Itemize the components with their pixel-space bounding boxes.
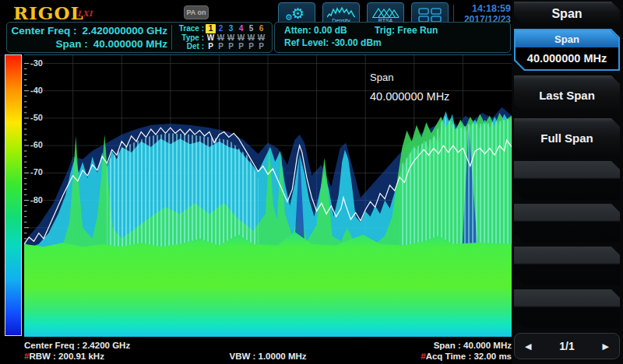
- status-rbw: #RBW : 200.91 kHz: [24, 352, 187, 361]
- span-annotation-value: 40.000000 MHz: [370, 90, 449, 103]
- y-axis-label: -60: [30, 140, 43, 149]
- trace-type-1: W: [206, 33, 216, 43]
- y-axis-label: -30: [30, 58, 43, 68]
- softkey-full-span[interactable]: Full Span: [514, 118, 620, 157]
- layer-noise-floor-band: [24, 232, 512, 337]
- pa-on-button[interactable]: PA on: [184, 5, 209, 19]
- density-waveform-icon: [327, 6, 355, 19]
- softkey-blank-2[interactable]: [514, 204, 620, 243]
- trace-det-5: P: [246, 42, 256, 51]
- y-axis-label: -70: [30, 167, 43, 177]
- center-freq-label: Center Freq :: [11, 24, 76, 37]
- center-freq-value: 2.420000000 GHz: [82, 24, 167, 37]
- y-axis-label: -50: [30, 113, 43, 122]
- det-label: Det :: [175, 42, 204, 51]
- trace-num-3: 3: [226, 24, 236, 33]
- span-annotation-label: Span: [370, 72, 449, 83]
- span-annotation: Span 40.000000 MHz: [370, 72, 449, 103]
- center-freq-row: Center Freq : 2.420000000 GHz: [13, 24, 167, 37]
- ref-level-value: Ref Level: -30.00 dBm: [284, 37, 382, 50]
- trace-det-6: P: [256, 42, 266, 51]
- softkey-span-label: Span: [516, 30, 618, 47]
- softkey-blank-3[interactable]: [514, 247, 620, 285]
- y-axis-label: -40: [30, 86, 43, 95]
- trace-type-4: W: [236, 33, 246, 43]
- acquisition-panel: Atten: 0.00 dB Ref Level: -30.00 dBm Tri…: [274, 22, 511, 53]
- trace-num-2: 2: [216, 24, 226, 33]
- trace-det-3: P: [226, 42, 236, 51]
- span-row: Span : 40.000000 MHz: [13, 37, 167, 51]
- status-acq-time: #Acq Time : 32.00 ms: [349, 352, 512, 361]
- status-center-freq: Center Freq : 2.4200 GHz: [24, 341, 130, 350]
- softkey-span-value: 40.000000 MHz: [516, 47, 618, 69]
- trace-num-6: 6: [256, 24, 266, 33]
- prev-page-arrow-icon[interactable]: ◀: [525, 341, 531, 352]
- page-control: ◀ 1/1 ▶: [514, 333, 620, 359]
- trace-num-1: 1: [206, 24, 216, 33]
- rigol-logo: RIGOL: [13, 2, 84, 23]
- status-vbw: VBW : 1.0000 MHz: [187, 352, 350, 361]
- atten-value: Atten: 0.00 dB: [284, 25, 382, 37]
- softkey-last-span[interactable]: Last Span: [514, 75, 620, 114]
- window-grid-icon: [417, 6, 442, 23]
- spectrum-display: -30-40-50-60-70-80 Span 40.000000 MHz: [24, 54, 512, 337]
- trace-type-5: W: [246, 33, 256, 43]
- trace-num-4: 4: [236, 24, 246, 33]
- rtsa-peaks-icon: [371, 6, 399, 19]
- softkey-blank-1[interactable]: [514, 161, 620, 200]
- page-indicator: 1/1: [559, 340, 574, 352]
- softmenu-title: Span: [514, 2, 620, 26]
- trace-det-4: P: [236, 42, 246, 51]
- density-colorbar: [5, 54, 22, 336]
- layer-comb-stripes-left: [107, 133, 258, 247]
- status-span: Span : 40.000 MHz: [434, 341, 512, 350]
- trace-table: Trace :123456 Type :WWWWWW Det :PPPPPP: [175, 24, 266, 51]
- trace-label: Trace :: [175, 24, 204, 33]
- frequency-panel: Center Freq : 2.420000000 GHz Span : 40.…: [6, 22, 273, 53]
- status-row-1: Center Freq : 2.4200 GHz Span : 40.000 M…: [24, 341, 512, 350]
- trace-type-2: W: [216, 33, 226, 43]
- trace-type-3: W: [226, 33, 236, 43]
- span-label: Span :: [55, 37, 87, 51]
- type-label: Type :: [175, 33, 204, 43]
- time-display: 14:18:59: [455, 3, 511, 14]
- softmenu: Span Span 40.000000 MHz Last Span Full S…: [512, 0, 623, 364]
- span-value: 40.000000 MHz: [93, 37, 167, 51]
- trace-num-5: 5: [246, 24, 256, 33]
- trigger-value: Trig: Free Run: [375, 25, 438, 37]
- trace-det-2: P: [216, 42, 226, 51]
- lxi-badge: LXI: [77, 9, 92, 18]
- softkey-blank-4[interactable]: [514, 289, 620, 328]
- analyzer-screen: RIGOL LXI PA on ⚙⚙ Density RTSA 14:18:59…: [0, 0, 623, 364]
- trace-type-6: W: [256, 33, 266, 43]
- trace-det-1: P: [206, 42, 216, 51]
- y-axis-label: -80: [30, 195, 43, 205]
- next-page-arrow-icon[interactable]: ▶: [603, 341, 609, 352]
- status-row-2: #RBW : 200.91 kHz VBW : 1.0000 MHz #Acq …: [24, 352, 512, 361]
- softkey-span[interactable]: Span 40.000000 MHz: [514, 29, 620, 71]
- panel-divider: [171, 25, 172, 50]
